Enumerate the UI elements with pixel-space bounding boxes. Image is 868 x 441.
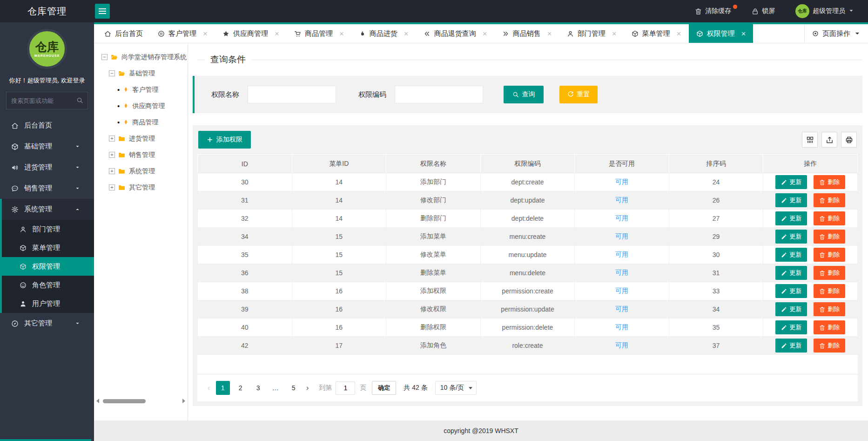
sidebar-subitem[interactable]: 菜单管理 — [2, 238, 94, 257]
tab[interactable]: 商品管理 × — [287, 24, 351, 43]
update-button[interactable]: 更新 — [775, 193, 807, 207]
tab[interactable]: 商品退货查询 × — [416, 24, 495, 43]
search-button[interactable]: 查询 — [504, 86, 544, 103]
tab-close-icon[interactable]: × — [203, 30, 208, 38]
update-button[interactable]: 更新 — [775, 302, 807, 316]
field-input[interactable] — [248, 86, 336, 103]
available-link[interactable]: 可用 — [615, 269, 628, 276]
delete-button[interactable]: 删除 — [814, 193, 845, 207]
tree-node[interactable]: + 销售管理 — [94, 147, 188, 163]
tab-close-icon[interactable]: × — [483, 30, 487, 38]
clear-cache-button[interactable]: 清除缓存 — [695, 7, 731, 15]
tab[interactable]: 菜单管理 × — [624, 24, 689, 43]
available-link[interactable]: 可用 — [615, 178, 628, 185]
available-link[interactable]: 可用 — [615, 287, 628, 294]
update-button[interactable]: 更新 — [775, 175, 807, 189]
next-page-button[interactable]: › — [303, 383, 313, 393]
delete-button[interactable]: 删除 — [814, 211, 845, 225]
update-button[interactable]: 更新 — [775, 284, 807, 298]
page-button[interactable]: … — [269, 381, 283, 395]
user-menu[interactable]: 仓库 超级管理员 — [795, 4, 854, 18]
update-button[interactable]: 更新 — [775, 339, 807, 353]
tab-close-icon[interactable]: × — [677, 30, 681, 38]
tree-node[interactable]: • 供应商管理 — [94, 98, 188, 114]
sidebar-item[interactable]: 其它管理 — [0, 313, 94, 334]
hamburger-menu-button[interactable] — [95, 4, 110, 19]
tree-node[interactable]: − 基础管理 — [94, 65, 188, 81]
tree-expander-toggle[interactable]: + — [109, 136, 115, 142]
update-button[interactable]: 更新 — [775, 230, 807, 244]
sidebar-item[interactable]: 后台首页 — [0, 115, 94, 136]
tab-close-icon[interactable]: × — [612, 30, 617, 38]
available-link[interactable]: 可用 — [615, 232, 628, 240]
update-button[interactable]: 更新 — [775, 248, 807, 262]
goto-page-input[interactable] — [336, 381, 355, 395]
search-input[interactable] — [6, 92, 88, 109]
tree-expander-toggle[interactable]: − — [101, 54, 108, 60]
prev-page-button[interactable]: ‹ — [204, 383, 214, 393]
tree-node[interactable]: • 商品管理 — [94, 114, 188, 130]
tree-expander-toggle[interactable]: − — [109, 70, 115, 76]
sidebar-subitem[interactable]: 权限管理 — [2, 257, 94, 276]
tree-node[interactable]: + 进货管理 — [94, 130, 188, 147]
tab-close-icon[interactable]: × — [275, 30, 279, 38]
tree-expander-toggle[interactable]: + — [109, 184, 115, 190]
sidebar-item[interactable]: 进货管理 — [0, 157, 94, 178]
scrollbar-thumb[interactable] — [103, 399, 146, 403]
sidebar-item[interactable]: 基础管理 — [0, 136, 94, 157]
update-button[interactable]: 更新 — [775, 211, 807, 225]
page-operations-dropdown[interactable]: 页面操作 — [804, 24, 868, 43]
tree-expander-toggle[interactable]: + — [109, 168, 115, 174]
export-button[interactable] — [821, 132, 837, 148]
available-link[interactable]: 可用 — [615, 196, 628, 204]
tab[interactable]: 供应商管理 × — [215, 24, 287, 43]
column-toggle-button[interactable] — [802, 132, 818, 148]
tree-node[interactable]: − 尚学堂进销存管理系统 — [94, 49, 188, 65]
page-button[interactable]: 3 — [251, 381, 265, 395]
field-input[interactable] — [395, 86, 483, 103]
page-button[interactable]: 5 — [287, 381, 301, 395]
delete-button[interactable]: 删除 — [814, 266, 845, 280]
update-button[interactable]: 更新 — [775, 320, 807, 334]
available-link[interactable]: 可用 — [615, 323, 628, 331]
tab-close-icon[interactable]: × — [404, 30, 409, 38]
available-link[interactable]: 可用 — [615, 305, 628, 312]
tab[interactable]: 权限管理 × — [689, 24, 754, 43]
delete-button[interactable]: 删除 — [814, 175, 845, 189]
tab[interactable]: 商品销售 × — [495, 24, 559, 43]
delete-button[interactable]: 删除 — [814, 248, 845, 262]
available-link[interactable]: 可用 — [615, 214, 628, 222]
tab-close-icon[interactable]: × — [547, 30, 552, 38]
horizontal-scrollbar[interactable] — [96, 398, 185, 404]
tab[interactable]: 部门管理 × — [559, 24, 624, 43]
sidebar-subitem[interactable]: 角色管理 — [2, 276, 94, 294]
delete-button[interactable]: 删除 — [814, 230, 845, 244]
print-button[interactable] — [841, 132, 857, 148]
add-permission-button[interactable]: 添加权限 — [198, 131, 251, 149]
tab-close-icon[interactable]: × — [741, 30, 746, 38]
delete-button[interactable]: 删除 — [814, 302, 845, 316]
tab-close-icon[interactable]: × — [339, 30, 344, 38]
sidebar-subitem[interactable]: 部门管理 — [2, 220, 94, 238]
update-button[interactable]: 更新 — [775, 266, 807, 280]
available-link[interactable]: 可用 — [615, 341, 628, 349]
delete-button[interactable]: 删除 — [814, 339, 845, 353]
lock-screen-button[interactable]: 锁屏 — [752, 7, 775, 15]
page-button[interactable]: 1 — [216, 381, 230, 395]
reset-button[interactable]: 重置 — [559, 86, 598, 103]
delete-button[interactable]: 删除 — [814, 320, 845, 334]
sidebar-item[interactable]: 销售管理 — [0, 178, 94, 199]
tree-node[interactable]: + 系统管理 — [94, 163, 188, 179]
scroll-right-arrow[interactable] — [182, 399, 185, 403]
tab[interactable]: 后台首页 × — [97, 24, 150, 43]
tree-expander-toggle[interactable]: + — [109, 152, 115, 158]
confirm-page-button[interactable]: 确定 — [372, 381, 396, 395]
sidebar-subitem[interactable]: 用户管理 — [2, 294, 94, 313]
page-button[interactable]: 2 — [234, 381, 248, 395]
scroll-left-arrow[interactable] — [96, 399, 99, 403]
search-icon[interactable] — [76, 97, 83, 104]
tree-node[interactable]: • 客户管理 — [94, 81, 188, 98]
delete-button[interactable]: 删除 — [814, 284, 845, 298]
page-size-select[interactable]: 10 条/页 — [435, 381, 477, 395]
available-link[interactable]: 可用 — [615, 251, 628, 258]
